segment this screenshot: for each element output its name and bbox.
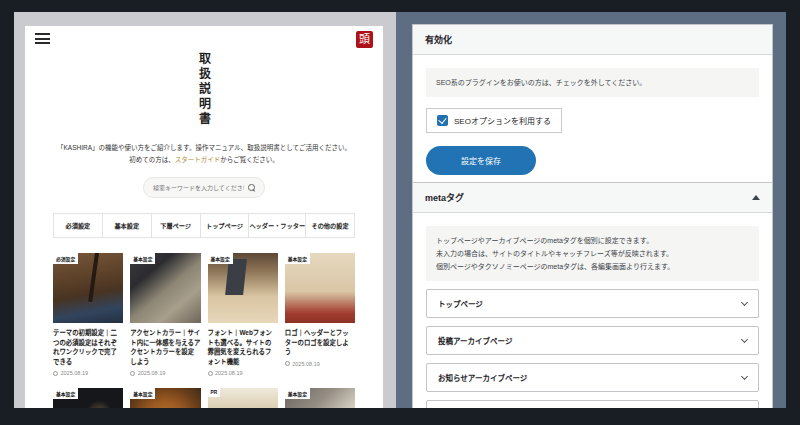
category-badge: 基本設定	[285, 388, 310, 399]
meta-tag-notice: トップページやアーカイブページのmetaタグを個別に設定できます。 未入力の場合…	[426, 226, 759, 281]
clock-icon	[130, 371, 135, 376]
activation-panel: 有効化 SEO系のプラグインをお使いの方は、チェックを外してください。 SEOオ…	[412, 24, 773, 191]
tab-top-page[interactable]: トップページ	[201, 214, 250, 237]
clock-icon	[53, 371, 58, 376]
tab-other-settings[interactable]: その他の設定	[306, 214, 354, 237]
article-date: 2025.08.19	[53, 370, 123, 376]
article-card[interactable]: 基本設定 アクセントカラー｜サイト内に一体感を与えるアクセントカラーを設定しよう…	[130, 253, 200, 376]
tab-header-footer[interactable]: ヘッダー・フッター	[249, 214, 306, 237]
search-icon[interactable]	[248, 184, 255, 191]
article-image-kakiage: 基本設定	[130, 388, 200, 408]
article-card[interactable]: 必須設定 テーマの初期設定｜二つの必須設定はそれぞれワンクリックで完了できる 2…	[53, 253, 123, 376]
article-title: テーマの初期設定｜二つの必須設定はそれぞれワンクリックで完了できる	[53, 328, 123, 366]
clock-icon	[208, 371, 213, 376]
article-title: アクセントカラー｜サイト内に一体感を与えるアクセントカラーを設定しよう	[130, 328, 200, 366]
category-nav: 必須設定 基本設定 下層ページ トップページ ヘッダー・フッター その他の設定	[53, 213, 355, 238]
article-image-noodle-cutting: 基本設定	[208, 253, 278, 323]
page-title: 取扱説明書	[196, 52, 213, 132]
seo-plugin-notice: SEO系のプラグインをお使いの方は、チェックを外してください。	[426, 68, 759, 97]
website-page: 頭 取扱説明書 「KASHIRA」の機能や使い方をご紹介します。操作マニュアル、…	[25, 26, 383, 408]
accordion-post-archive[interactable]: 投稿アーカイブページ	[426, 326, 759, 355]
category-badge: 必須設定	[53, 253, 78, 264]
article-date: 2025.08.19	[285, 361, 355, 367]
article-image-dried-soba: 基本設定	[130, 253, 200, 323]
article-image-sake-bottle: 基本設定	[53, 388, 123, 408]
meta-tag-panel-title: metaタグ	[425, 191, 464, 204]
site-logo[interactable]: 頭	[356, 31, 373, 48]
article-image-fresh-noodles: 基本設定	[285, 253, 355, 323]
chevron-down-icon[interactable]	[741, 299, 748, 306]
accordion-menu-archive[interactable]: お品書きアーカイブページ	[426, 400, 759, 408]
checkbox-checked-icon[interactable]	[437, 115, 448, 126]
article-card[interactable]: 基本設定 ロゴ｜ヘッダーとフッターのロゴを設定しよう 2025.08.19	[285, 253, 355, 376]
article-card[interactable]: 基本設定	[285, 388, 355, 408]
seo-option-checkbox-row[interactable]: SEOオプションを利用する	[426, 108, 562, 133]
chevron-down-icon[interactable]	[741, 373, 748, 380]
tab-basic-settings[interactable]: 基本設定	[103, 214, 152, 237]
article-grid: 必須設定 テーマの初期設定｜二つの必須設定はそれぞれワンクリックで完了できる 2…	[53, 253, 355, 408]
chevron-down-icon[interactable]	[741, 336, 748, 343]
search-bar[interactable]	[143, 177, 265, 198]
activation-panel-header[interactable]: 有効化	[413, 25, 772, 55]
article-image-hand-noodles: 基本設定	[285, 388, 355, 408]
clock-icon	[285, 361, 290, 366]
article-card[interactable]: 基本設定	[130, 388, 200, 408]
intro-text: 「KASHIRA」の機能や使い方をご紹介します。操作マニュアル、取扱説明書として…	[25, 142, 383, 166]
article-card[interactable]: 基本設定	[53, 388, 123, 408]
collapse-up-icon[interactable]	[752, 195, 760, 200]
intro-line1: 「KASHIRA」の機能や使い方をご紹介します。操作マニュアル、取扱説明書として…	[25, 142, 383, 154]
meta-tag-panel: metaタグ トップページやアーカイブページのmetaタグを個別に設定できます。…	[412, 182, 773, 408]
accordion-news-archive[interactable]: お知らせアーカイブページ	[426, 363, 759, 392]
article-title: フォント｜Webフォントも選べる。サイトの雰囲気を変えられるフォント機能	[208, 328, 278, 366]
category-badge: 基本設定	[53, 388, 78, 399]
activation-panel-title: 有効化	[425, 33, 452, 46]
start-guide-link[interactable]: スタートガイド	[175, 156, 221, 163]
hamburger-menu-icon[interactable]	[35, 33, 50, 47]
save-settings-button[interactable]: 設定を保存	[426, 146, 536, 175]
seo-option-checkbox-label: SEOオプションを利用する	[454, 115, 551, 126]
category-badge: 基本設定	[208, 253, 233, 264]
article-card[interactable]: PR	[208, 388, 278, 408]
category-badge: PR	[208, 388, 221, 397]
article-title: ロゴ｜ヘッダーとフッターのロゴを設定しよう	[285, 328, 355, 357]
website-screenshot: 頭 取扱説明書 「KASHIRA」の機能や使い方をご紹介します。操作マニュアル、…	[14, 12, 396, 408]
accordion-top-page[interactable]: トップページ	[426, 289, 759, 318]
meta-tag-panel-header[interactable]: metaタグ	[413, 183, 772, 213]
intro-line2: 初めての方は、スタートガイドからご覧ください。	[25, 154, 383, 166]
category-badge: 基本設定	[130, 388, 155, 399]
search-input[interactable]	[153, 185, 244, 191]
article-card[interactable]: 基本設定 フォント｜Webフォントも選べる。サイトの雰囲気を変えられるフォント機…	[208, 253, 278, 376]
article-date: 2025.08.19	[130, 370, 200, 376]
tab-sub-pages[interactable]: 下層ページ	[152, 214, 201, 237]
article-date: 2025.08.19	[208, 370, 278, 376]
article-image-soba-cup: 必須設定	[53, 253, 123, 323]
tab-required-settings[interactable]: 必須設定	[54, 214, 103, 237]
category-badge: 基本設定	[285, 253, 310, 264]
article-image-soba-tray: PR	[208, 388, 278, 408]
category-badge: 基本設定	[130, 253, 155, 264]
admin-settings-screenshot: 有効化 SEO系のプラグインをお使いの方は、チェックを外してください。 SEOオ…	[396, 12, 786, 408]
